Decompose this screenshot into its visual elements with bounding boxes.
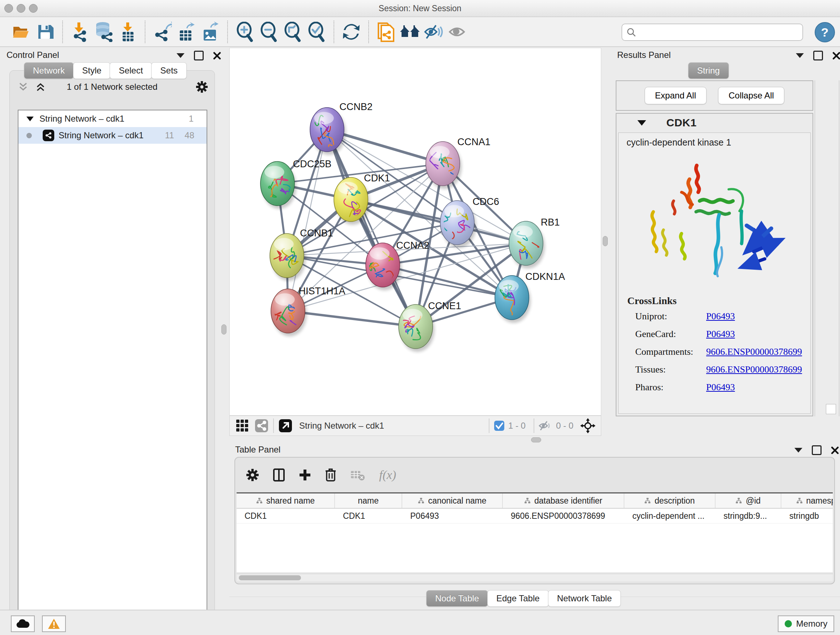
birds-eye-view-icon[interactable] bbox=[235, 419, 249, 432]
network-node-ccne1[interactable] bbox=[399, 304, 434, 352]
hide-panel-button[interactable] bbox=[422, 20, 446, 43]
zoom-selected-button[interactable] bbox=[305, 20, 328, 43]
panel-close-icon[interactable] bbox=[213, 52, 221, 60]
table-options-gear-icon[interactable] bbox=[246, 469, 259, 481]
network-row[interactable]: String Network – cdk1 11 48 bbox=[19, 127, 207, 144]
create-column-plus-icon[interactable] bbox=[299, 469, 311, 481]
network-from-document-button[interactable] bbox=[374, 20, 398, 43]
results-scrollbar-track[interactable] bbox=[815, 80, 839, 416]
node-label-hist1h1a: HIST1H1A bbox=[298, 286, 345, 296]
gene-entry-header[interactable]: CDK1 bbox=[616, 114, 813, 132]
refresh-layout-button[interactable] bbox=[339, 20, 363, 43]
network-edge[interactable] bbox=[288, 130, 327, 311]
zoom-fit-button[interactable] bbox=[281, 20, 305, 43]
network-edge[interactable] bbox=[288, 311, 416, 326]
table-horizontal-scrollbar[interactable] bbox=[237, 574, 833, 581]
tab-select[interactable]: Select bbox=[110, 62, 152, 79]
save-session-button[interactable] bbox=[33, 20, 57, 43]
node-table[interactable]: shared namenamecanonical namedatabase id… bbox=[237, 492, 833, 572]
fit-selection-crosshair-icon[interactable] bbox=[580, 418, 596, 434]
export-network-button[interactable] bbox=[150, 20, 174, 43]
tab-network-table[interactable]: Network Table bbox=[548, 590, 621, 607]
column-header-database-identifier[interactable]: database identifier bbox=[503, 494, 624, 508]
network-node-rb1[interactable] bbox=[509, 221, 545, 270]
help-button[interactable]: ? bbox=[815, 22, 835, 42]
show-columns-icon[interactable] bbox=[273, 468, 285, 482]
collapse-triangle-icon[interactable] bbox=[638, 120, 646, 126]
string-network-graph[interactable]: CCNB2CCNA1CDC25BCDK1CDC6RB1CCNB1CCNA2HIS… bbox=[230, 48, 601, 415]
tab-sets[interactable]: Sets bbox=[151, 62, 187, 79]
left-splitter-handle[interactable] bbox=[221, 325, 226, 334]
table-cell[interactable]: stringdb bbox=[782, 509, 833, 523]
expand-all-button[interactable]: Expand All bbox=[645, 87, 706, 104]
zoom-in-button[interactable] bbox=[233, 20, 257, 43]
tab-network[interactable]: Network bbox=[24, 62, 74, 79]
zoom-out-button[interactable] bbox=[257, 20, 281, 43]
panel-float-icon[interactable] bbox=[796, 53, 804, 58]
panel-maximize-icon[interactable] bbox=[812, 445, 821, 455]
import-network-database-button[interactable] bbox=[92, 20, 116, 43]
node-label-rb1: RB1 bbox=[541, 217, 560, 228]
table-cell[interactable]: 9606.ENSP00000378699 bbox=[503, 509, 624, 523]
network-options-gear-icon[interactable] bbox=[196, 81, 208, 93]
collapse-triangle-icon[interactable] bbox=[27, 117, 34, 121]
tab-edge-table[interactable]: Edge Table bbox=[487, 590, 549, 607]
column-header-namespace[interactable]: namespace bbox=[782, 494, 833, 508]
panel-maximize-icon[interactable] bbox=[813, 51, 823, 60]
network-node-cdk1[interactable] bbox=[334, 177, 370, 225]
crosslink-value-link[interactable]: 9606.ENSP00000378699 bbox=[706, 347, 802, 357]
table-row[interactable]: CDK1CDK1P064939606.ENSP00000378699cyclin… bbox=[237, 509, 833, 524]
tab-node-table[interactable]: Node Table bbox=[426, 590, 488, 607]
node-label-cdc6: CDC6 bbox=[472, 196, 499, 207]
network-node-cdc6[interactable] bbox=[439, 201, 476, 258]
search-input[interactable] bbox=[636, 27, 793, 37]
column-header-shared-name[interactable]: shared name bbox=[237, 494, 335, 508]
panel-close-icon[interactable] bbox=[832, 52, 840, 60]
delete-column-trash-icon[interactable] bbox=[325, 468, 336, 482]
network-node-ccnb1[interactable] bbox=[270, 233, 306, 281]
export-table-button[interactable] bbox=[174, 20, 198, 43]
import-table-file-button[interactable] bbox=[116, 20, 140, 43]
table-cell[interactable]: stringdb:9... bbox=[715, 509, 782, 523]
table-cell[interactable]: CDK1 bbox=[237, 509, 335, 523]
network-badge-icon[interactable] bbox=[254, 418, 269, 433]
network-node-ccnb2[interactable] bbox=[309, 108, 346, 155]
search-box[interactable] bbox=[622, 24, 803, 41]
crosslink-value-link[interactable]: P06493 bbox=[706, 329, 735, 340]
tab-string-results[interactable]: String bbox=[688, 62, 729, 79]
panel-maximize-icon[interactable] bbox=[194, 51, 204, 60]
selected-checkbox-icon[interactable] bbox=[494, 420, 505, 431]
export-image-button[interactable] bbox=[198, 20, 222, 43]
crosslink-value-link[interactable]: P06493 bbox=[706, 382, 735, 393]
tab-style[interactable]: Style bbox=[73, 62, 111, 79]
crosslink-value-link[interactable]: P06493 bbox=[706, 311, 735, 322]
crosslink-value-link[interactable]: 9606.ENSP00000378699 bbox=[706, 364, 802, 375]
crosslink-label: Tissues: bbox=[635, 364, 706, 375]
import-network-file-button[interactable] bbox=[68, 20, 92, 43]
table-cell[interactable]: cyclin-dependent ... bbox=[624, 509, 715, 523]
column-header-name[interactable]: name bbox=[335, 494, 402, 508]
column-header-canonical-name[interactable]: canonical name bbox=[402, 494, 503, 508]
column-header--id[interactable]: @id bbox=[715, 494, 782, 508]
warnings-button[interactable] bbox=[42, 616, 66, 632]
panel-float-icon[interactable] bbox=[177, 53, 185, 58]
open-session-button[interactable] bbox=[9, 20, 33, 43]
scrollbar-thumb[interactable] bbox=[239, 575, 301, 580]
network-collection-row[interactable]: String Network – cdk1 1 bbox=[19, 111, 207, 127]
network-edge[interactable] bbox=[327, 130, 416, 326]
collapse-all-button[interactable]: Collapse All bbox=[718, 87, 784, 104]
string-home-button[interactable] bbox=[398, 20, 422, 43]
column-header-description[interactable]: description bbox=[624, 494, 715, 508]
network-node-cdkn1a[interactable] bbox=[495, 276, 531, 323]
panel-close-icon[interactable] bbox=[831, 447, 839, 454]
network-edge[interactable] bbox=[351, 200, 526, 243]
table-cell[interactable]: P06493 bbox=[402, 509, 503, 523]
panel-float-icon[interactable] bbox=[794, 448, 802, 453]
network-canvas[interactable]: CCNB2CCNA1CDC25BCDK1CDC6RB1CCNB1CCNA2HIS… bbox=[229, 48, 601, 416]
table-cell[interactable]: CDK1 bbox=[335, 509, 402, 523]
table-toolbar: f(x) bbox=[246, 463, 396, 486]
memory-button[interactable]: Memory bbox=[778, 616, 834, 632]
cloud-status-button[interactable] bbox=[11, 616, 35, 632]
show-panel-button[interactable] bbox=[446, 20, 470, 43]
open-in-new-window-icon[interactable] bbox=[278, 418, 293, 433]
